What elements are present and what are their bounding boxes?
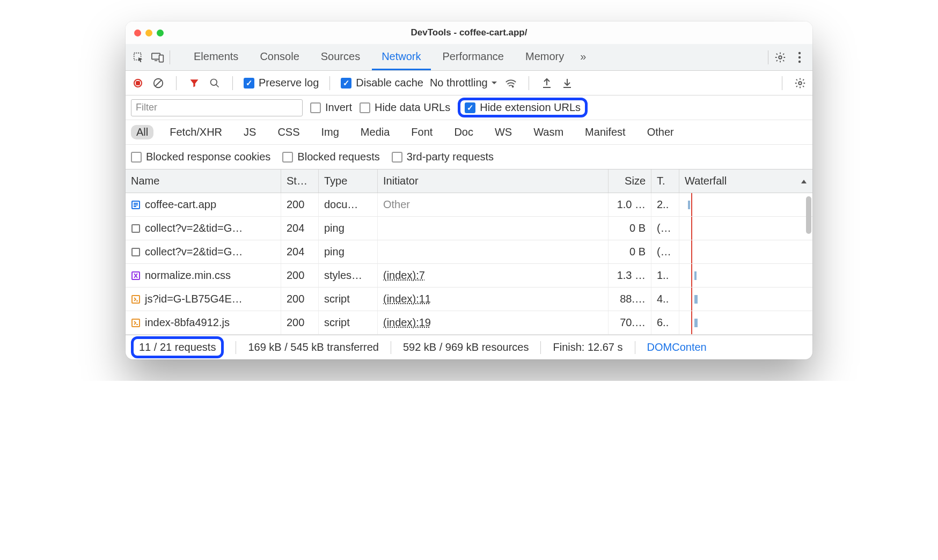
waterfall-cell xyxy=(685,240,807,263)
svg-point-4 xyxy=(798,51,801,54)
hide-data-urls-label: Hide data URLs xyxy=(375,101,450,114)
table-row[interactable]: collect?v=2&tid=G…204ping0 B(… xyxy=(126,217,812,240)
svg-point-9 xyxy=(512,85,514,87)
checkbox-on-icon xyxy=(465,102,475,113)
export-har-icon[interactable] xyxy=(540,76,554,90)
search-icon[interactable] xyxy=(208,76,222,90)
checkbox-off-icon xyxy=(131,152,142,163)
throttling-select[interactable]: No throttling xyxy=(430,77,497,89)
checkbox-off-icon xyxy=(392,152,402,163)
type-js[interactable]: JS xyxy=(238,125,261,139)
highlight-hide-extension-urls: Hide extension URLs xyxy=(458,98,588,117)
divider xyxy=(768,50,768,64)
status-requests: 11 / 21 requests xyxy=(139,341,216,353)
divider xyxy=(391,341,391,354)
col-name[interactable]: Name xyxy=(126,170,281,193)
type-ws[interactable]: WS xyxy=(489,125,517,139)
request-name: collect?v=2&tid=G… xyxy=(145,222,243,234)
status-resources: 592 kB / 969 kB resources xyxy=(403,341,529,353)
third-party-checkbox[interactable]: 3rd-party requests xyxy=(392,151,494,163)
filter-input[interactable] xyxy=(131,99,303,116)
preserve-log-checkbox[interactable]: Preserve log xyxy=(244,77,319,89)
tab-memory[interactable]: Memory xyxy=(516,44,574,70)
type-font[interactable]: Font xyxy=(406,125,438,139)
divider xyxy=(540,341,541,354)
type-all[interactable]: All xyxy=(131,125,153,139)
request-size: 0 B xyxy=(609,217,651,240)
inspect-element-icon[interactable] xyxy=(131,50,146,65)
table-row[interactable]: collect?v=2&tid=G…204ping0 B(… xyxy=(126,240,812,264)
request-initiator[interactable]: (index):7 xyxy=(383,269,425,282)
col-initiator[interactable]: Initiator xyxy=(378,170,609,193)
blocked-cookies-checkbox[interactable]: Blocked response cookies xyxy=(131,151,270,163)
col-type[interactable]: Type xyxy=(319,170,378,193)
tab-console[interactable]: Console xyxy=(250,44,309,70)
tab-network[interactable]: Network xyxy=(372,44,430,70)
blocked-requests-checkbox[interactable]: Blocked requests xyxy=(282,151,379,163)
panel-tabs: Elements Console Sources Network Perform… xyxy=(184,44,590,70)
request-initiator[interactable]: (index):11 xyxy=(383,293,431,305)
type-fetchxhr[interactable]: Fetch/XHR xyxy=(164,125,228,139)
devtools-window: DevTools - coffee-cart.app/ Elements Con… xyxy=(126,21,812,359)
checkbox-on-icon xyxy=(244,78,254,89)
hide-data-urls-checkbox[interactable]: Hide data URLs xyxy=(360,101,450,114)
record-button[interactable] xyxy=(131,76,145,90)
request-time: 4.. xyxy=(651,288,679,311)
type-manifest[interactable]: Manifest xyxy=(580,125,631,139)
request-initiator[interactable]: (index):19 xyxy=(383,316,431,329)
type-img[interactable]: Img xyxy=(316,125,345,139)
tab-elements[interactable]: Elements xyxy=(184,44,248,70)
request-time: 1.. xyxy=(651,264,679,287)
type-media[interactable]: Media xyxy=(355,125,395,139)
type-other[interactable]: Other xyxy=(642,125,679,139)
type-css[interactable]: CSS xyxy=(272,125,305,139)
waterfall-cell xyxy=(685,217,807,240)
tab-performance[interactable]: Performance xyxy=(433,44,514,70)
col-waterfall[interactable]: Waterfall xyxy=(679,170,812,193)
type-wasm[interactable]: Wasm xyxy=(528,125,569,139)
request-size: 1.0 … xyxy=(609,193,651,216)
request-status: 200 xyxy=(281,264,319,287)
status-bar: 11 / 21 requests 169 kB / 545 kB transfe… xyxy=(126,335,812,359)
status-domcontentloaded[interactable]: DOMConten xyxy=(647,341,707,353)
request-name: index-8bfa4912.js xyxy=(145,316,230,329)
tab-sources[interactable]: Sources xyxy=(311,44,370,70)
hide-extension-urls-checkbox[interactable]: Hide extension URLs xyxy=(465,101,581,114)
col-time[interactable]: T. xyxy=(651,170,679,193)
maximize-window-button[interactable] xyxy=(157,30,164,36)
request-status: 200 xyxy=(281,311,319,334)
checkbox-on-icon xyxy=(341,78,351,89)
status-finish: Finish: 12.67 s xyxy=(553,341,622,353)
request-time: 2.. xyxy=(651,193,679,216)
request-name: coffee-cart.app xyxy=(145,198,216,211)
kebab-menu-icon[interactable] xyxy=(792,50,807,65)
waterfall-cell xyxy=(685,311,807,334)
more-tabs-button[interactable]: » xyxy=(576,44,590,70)
throttling-label: No throttling xyxy=(430,77,488,89)
col-size[interactable]: Size xyxy=(609,170,651,193)
table-row[interactable]: coffee-cart.app200docu…Other1.0 …2.. xyxy=(126,193,812,217)
disable-cache-checkbox[interactable]: Disable cache xyxy=(341,77,423,89)
divider xyxy=(170,50,170,64)
network-settings-icon[interactable] xyxy=(793,76,807,90)
clear-button[interactable] xyxy=(151,76,165,90)
request-type: styles… xyxy=(319,264,378,287)
table-header: Name St… Type Initiator Size T. Waterfal… xyxy=(126,170,812,193)
col-status[interactable]: St… xyxy=(281,170,319,193)
close-window-button[interactable] xyxy=(134,30,141,36)
filter-icon[interactable] xyxy=(187,76,201,90)
table-row[interactable]: js?id=G-LB75G4E…200script(index):1188.…4… xyxy=(126,288,812,311)
import-har-icon[interactable] xyxy=(560,76,574,90)
type-doc[interactable]: Doc xyxy=(449,125,479,139)
table-row[interactable]: index-8bfa4912.js200script(index):1970.…… xyxy=(126,311,812,335)
request-type: script xyxy=(319,288,378,311)
invert-checkbox[interactable]: Invert xyxy=(310,101,352,114)
request-size: 1.3 … xyxy=(609,264,651,287)
settings-icon[interactable] xyxy=(773,50,788,65)
divider xyxy=(782,76,782,90)
minimize-window-button[interactable] xyxy=(145,30,152,36)
scrollbar[interactable] xyxy=(806,196,811,234)
network-conditions-icon[interactable] xyxy=(504,76,518,90)
device-toolbar-icon[interactable] xyxy=(150,50,165,65)
table-row[interactable]: normalize.min.css200styles…(index):71.3 … xyxy=(126,264,812,288)
